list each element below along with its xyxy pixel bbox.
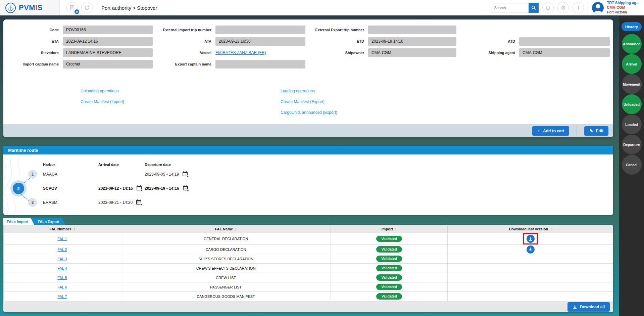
fal-7-link[interactable]: FAL 7 xyxy=(57,295,67,299)
user-menu[interactable]: TRT Shipping ag... CMA-CGM Port Victoria xyxy=(588,0,644,15)
info-button[interactable]: i xyxy=(573,2,584,13)
logout-button[interactable] xyxy=(542,2,554,13)
sidebar-item-movement[interactable]: Movement xyxy=(622,74,642,94)
search-button[interactable] xyxy=(529,3,539,13)
maritime-route-panel: Maritime route Harbor Arrival date Depar… xyxy=(3,146,613,215)
arrival-date-column-header: Arrival date xyxy=(98,163,119,167)
table-row: FAL 3 SHIP'S STORES DECLARATION Validate… xyxy=(4,254,613,264)
download-column-header[interactable]: Download last version↑ xyxy=(448,225,613,233)
fal-name-column-header[interactable]: FAL Name↑ xyxy=(121,225,331,233)
shipping-agent-label: Shipping agent xyxy=(460,51,515,55)
sidebar-item-cancel[interactable]: Cancel xyxy=(622,155,642,175)
stop-departure-date: 2023-09-19 - 14:16 xyxy=(145,186,179,191)
import-status-column-header[interactable]: Import↑ xyxy=(331,225,448,233)
code-label: Code xyxy=(3,28,59,32)
fal-2-link[interactable]: FAL 2 xyxy=(57,247,67,252)
eta-label: ETA xyxy=(3,39,59,43)
shipowner-label: Shipowner xyxy=(309,51,364,55)
add-to-cart-button[interactable]: + Add to cart xyxy=(532,126,569,136)
sidebar-item-unloaded[interactable]: Unloaded xyxy=(622,94,642,114)
fal-4-link[interactable]: FAL 4 xyxy=(57,266,67,270)
status-badge: Validated xyxy=(376,284,402,290)
services-button[interactable]: ⚙ xyxy=(557,2,569,13)
export-captain-field[interactable] xyxy=(215,60,305,69)
search-icon xyxy=(531,5,536,10)
table-row: FAL 1 GENERAL DECLARATION Validated xyxy=(4,233,613,245)
info-icon: i xyxy=(578,5,579,11)
fal-3-link[interactable]: FAL 3 xyxy=(57,257,67,261)
fal-6-link[interactable]: FAL 6 xyxy=(57,285,67,289)
fals-actions-bar: Download all xyxy=(3,301,613,312)
stop-harbor: SCPOV xyxy=(43,184,57,193)
stevedore-field[interactable] xyxy=(63,48,153,57)
sidebar-item-loaded[interactable]: Loaded xyxy=(622,115,642,134)
sort-asc-icon: ↑ xyxy=(73,227,75,231)
top-header: ⚓ PVMIS 0 Port authority > Stopover ⚙ i xyxy=(0,0,644,15)
calendar-icon[interactable] xyxy=(182,171,189,178)
fal-name: CREW LIST xyxy=(121,273,331,282)
fal-number-column-header[interactable]: FAL Number↑ xyxy=(4,225,121,233)
gear-icon: ⚙ xyxy=(561,5,566,11)
ata-field[interactable] xyxy=(215,37,305,46)
ata-label: ATA xyxy=(156,39,211,43)
calendar-icon[interactable] xyxy=(183,185,189,192)
atd-field[interactable] xyxy=(519,37,610,46)
import-captain-field[interactable] xyxy=(63,60,153,69)
status-badge: Validated xyxy=(376,256,402,262)
sidebar-item-departure[interactable]: Departure xyxy=(622,135,642,154)
document-icon xyxy=(70,5,75,10)
loading-operations-link[interactable]: Loading operations xyxy=(281,89,315,93)
route-stop-row: MAAGA 2023-09-05 - 14:19 xyxy=(3,170,613,179)
refresh-icon xyxy=(84,5,90,10)
status-sidebar: History Announce Arrival Movement Unload… xyxy=(619,15,644,316)
shipping-agent-field[interactable] xyxy=(519,48,610,57)
cargounits-announced-export-link[interactable]: CargoUnits announced (Export) xyxy=(281,110,337,115)
edit-button[interactable]: ✎ Edit xyxy=(584,126,608,136)
stop-arrival-date: 2023-09-12 - 14:16 xyxy=(98,186,133,191)
departure-date-column-header: Departure date xyxy=(145,163,171,167)
plus-icon: + xyxy=(537,128,540,133)
sort-asc-icon: ↑ xyxy=(235,227,237,231)
fal-1-link[interactable]: FAL 1 xyxy=(57,237,67,241)
status-badge: Validated xyxy=(376,236,402,242)
vessel-label: Vessel xyxy=(156,51,211,55)
eta-field[interactable] xyxy=(63,37,153,46)
tab-fals-export[interactable]: FALs Export xyxy=(32,218,65,225)
user-organization: CMA-CGM xyxy=(607,5,639,10)
external-import-trip-field[interactable] xyxy=(215,26,305,34)
calendar-icon[interactable] xyxy=(136,185,143,192)
status-badge: Validated xyxy=(376,293,402,300)
etd-field[interactable] xyxy=(368,37,456,46)
form-actions-bar: + Add to cart ✎ Edit xyxy=(3,124,613,137)
actions-divider xyxy=(577,127,577,135)
code-field[interactable] xyxy=(63,26,153,34)
stop-harbor: MAAGA xyxy=(43,170,57,179)
user-name: TRT Shipping ag... xyxy=(607,1,639,5)
create-manifest-import-link[interactable]: Create Manifest (Import) xyxy=(81,99,124,104)
stop-harbor: ERASM xyxy=(43,198,57,207)
table-row: FAL 2 CARGO DECLARATION Validated xyxy=(4,245,613,254)
calendar-icon[interactable] xyxy=(136,199,143,206)
external-export-trip-label: External Export trip number xyxy=(309,28,364,32)
external-export-trip-field[interactable] xyxy=(368,26,456,34)
shipowner-field[interactable] xyxy=(368,48,456,57)
refresh-button[interactable] xyxy=(81,2,93,13)
cart-count-badge: 0 xyxy=(74,9,80,15)
sidebar-item-history[interactable]: History xyxy=(622,22,642,31)
download-button[interactable] xyxy=(527,245,535,254)
vessel-link[interactable]: EMIRATES ZANZIBAR (FR) xyxy=(215,50,266,55)
app-logo[interactable]: ⚓ PVMIS xyxy=(0,0,60,15)
documents-cart-button[interactable]: 0 xyxy=(66,2,78,13)
search-input[interactable] xyxy=(491,3,529,12)
download-button[interactable] xyxy=(527,235,535,243)
highlight-box xyxy=(523,233,538,244)
fal-name: PASSENGER LIST xyxy=(121,282,331,292)
anchor-icon: ⚓ xyxy=(5,3,16,13)
sidebar-item-announce[interactable]: Announce xyxy=(622,34,642,54)
tab-fals-import[interactable]: FALs Import xyxy=(3,218,34,225)
unloading-operations-link[interactable]: Unloading operations xyxy=(81,89,118,93)
download-all-button[interactable]: Download all xyxy=(567,302,610,312)
sidebar-item-arrival[interactable]: Arrival xyxy=(622,54,642,74)
fal-5-link[interactable]: FAL 5 xyxy=(57,276,67,280)
create-manifest-export-link[interactable]: Create Manifest (Export) xyxy=(281,99,325,104)
